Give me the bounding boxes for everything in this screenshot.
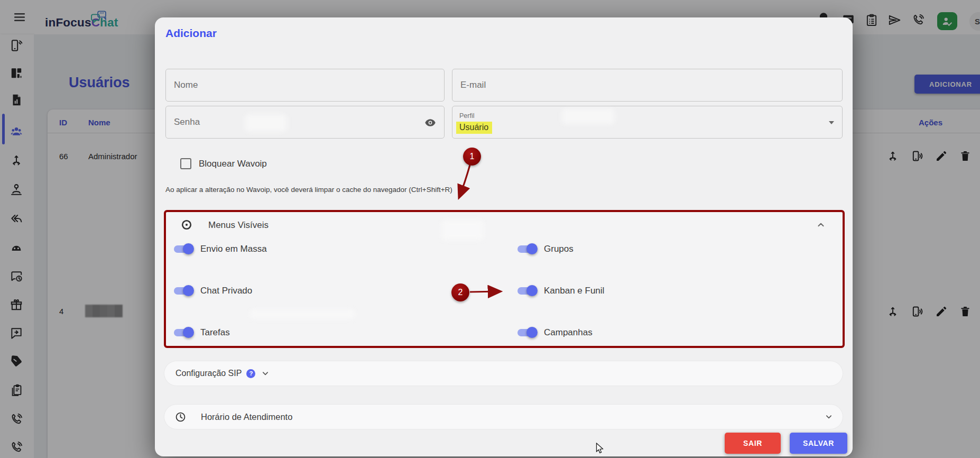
toggle-grupos: Grupos <box>517 228 843 270</box>
toggle-campanhas: Campanhas <box>517 312 843 353</box>
help-icon[interactable]: ? <box>246 369 255 378</box>
password-field <box>165 106 445 139</box>
name-field <box>165 69 445 102</box>
email-field <box>452 69 843 102</box>
chevron-down-icon[interactable] <box>260 368 271 379</box>
block-wavoip-label: Bloquear Wavoip <box>199 159 267 169</box>
save-button[interactable]: SALVAR <box>790 433 847 454</box>
profile-selected-value: Usuário <box>456 122 492 134</box>
toggle-tarefas: Tarefas <box>174 312 517 353</box>
toggle-label: Kanban e Funil <box>544 286 604 296</box>
toggle-chat-privado: Chat Privado <box>174 270 517 312</box>
clock-icon <box>174 411 187 423</box>
add-user-modal: Adicionar Perfil Usuário Bloquear Wavoip… <box>155 17 853 456</box>
dropdown-arrow-icon <box>829 121 834 127</box>
toggle-kanban-e-funil: Kanban e Funil <box>517 270 843 312</box>
toggle-switch[interactable] <box>174 287 193 295</box>
toggle-label: Tarefas <box>200 327 230 338</box>
password-input[interactable] <box>166 106 444 138</box>
name-input[interactable] <box>166 69 444 101</box>
block-wavoip-checkbox[interactable] <box>180 158 191 169</box>
exit-button[interactable]: SAIR <box>725 433 781 454</box>
toggle-switch[interactable] <box>517 287 537 295</box>
visible-menus-section: Menus Visíveis Envio em Massa Grupos Cha… <box>164 210 845 348</box>
toggle-switch[interactable] <box>517 245 537 253</box>
service-hours-label: Horário de Atendimento <box>201 412 292 422</box>
menus-toggle-grid: Envio em Massa Grupos Chat Privado Kanba… <box>166 228 843 353</box>
toggle-label: Campanhas <box>544 327 593 338</box>
sip-config-section[interactable]: Configuração SIP ? <box>164 361 843 386</box>
chevron-down-icon[interactable] <box>824 411 834 422</box>
toggle-switch[interactable] <box>174 245 193 253</box>
email-input[interactable] <box>452 69 842 101</box>
sip-config-label: Configuração SIP <box>175 369 242 378</box>
toggle-label: Grupos <box>544 244 574 254</box>
show-password-eye-icon[interactable] <box>424 116 437 129</box>
wavoip-helper-text: Ao aplicar a alteração no Wavoip, você d… <box>165 186 452 194</box>
toggle-switch[interactable] <box>174 329 193 336</box>
modal-title: Adicionar <box>165 27 217 40</box>
profile-select[interactable]: Perfil Usuário <box>452 106 843 139</box>
toggle-label: Chat Privado <box>200 286 252 296</box>
toggle-label: Envio em Massa <box>200 244 267 254</box>
service-hours-section[interactable]: Horário de Atendimento <box>164 405 843 429</box>
profile-label: Perfil <box>459 112 474 120</box>
toggle-envio-em-massa: Envio em Massa <box>174 228 517 270</box>
toggle-switch[interactable] <box>517 329 537 336</box>
